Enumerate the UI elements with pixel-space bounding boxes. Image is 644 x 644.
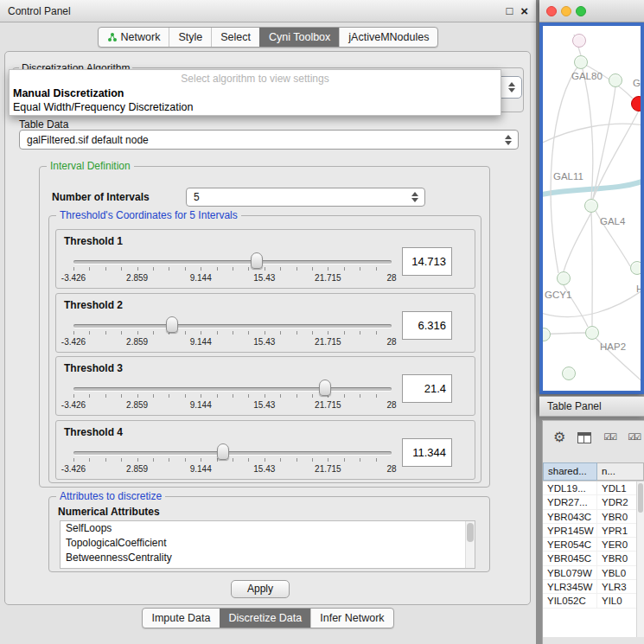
node-label-gal4: GAL4	[600, 216, 625, 226]
tab-impute-data[interactable]: Impute Data	[143, 609, 219, 628]
slider-thumb[interactable]	[166, 316, 178, 333]
slider-scale-label: 9.144	[190, 400, 212, 410]
table-row[interactable]: YIL052CYIL0	[543, 594, 644, 608]
gear-icon[interactable]: ⚙	[553, 430, 565, 444]
column-header-shared-name[interactable]: shared...	[543, 462, 597, 481]
network-node-gal4[interactable]	[584, 199, 598, 213]
slider-thumb[interactable]	[251, 252, 263, 269]
network-node-gal80[interactable]	[574, 55, 588, 69]
network-node[interactable]	[562, 367, 576, 380]
table-panel-titlebar: Table Panel	[539, 396, 644, 417]
threshold-4-value-field[interactable]: 11.344	[402, 438, 452, 467]
mac-minimize-button[interactable]	[561, 6, 571, 16]
float-window-icon[interactable]: □	[506, 5, 513, 16]
slider-scale-label: 2.859	[126, 273, 148, 283]
cell-shared-name[interactable]: YDL19...	[543, 481, 597, 494]
attributes-scrollbar[interactable]	[465, 521, 475, 568]
slider-track[interactable]	[73, 260, 392, 264]
slider-scale-label: -3.426	[61, 273, 86, 283]
network-node[interactable]	[572, 34, 586, 48]
threshold-1-slider[interactable]: -3.4262.8599.14415.4321.71528	[73, 251, 392, 287]
numerical-attributes-list[interactable]: SelfLoopsTopologicalCoefficientBetweenne…	[60, 520, 475, 569]
cell-shared-name[interactable]: YIL052C	[543, 594, 597, 607]
table-row[interactable]: YLR345WYLR3	[543, 580, 644, 594]
threshold-2-label: Threshold 2	[64, 299, 123, 311]
table-body[interactable]: YDL19...YDL1YDR27...YDR2YBR043CYBR0YPR14…	[543, 481, 644, 637]
tab-jactivemnodules[interactable]: jActiveMNodules	[339, 28, 437, 47]
column-header-name[interactable]: n...	[597, 462, 644, 481]
network-canvas[interactable]: GAL80 GA GAL11 GAL4 GCY1 H HAP2	[539, 22, 644, 394]
tab-network[interactable]: Network	[99, 28, 169, 47]
cell-shared-name[interactable]: YER054C	[543, 538, 597, 551]
slider-track[interactable]	[73, 324, 392, 328]
threshold-1-value-field[interactable]: 14.713	[402, 247, 452, 276]
network-node-selected-red[interactable]	[631, 96, 644, 112]
cell-shared-name[interactable]: YDR27...	[543, 495, 597, 508]
slider-track[interactable]	[73, 451, 392, 455]
slider-track[interactable]	[73, 387, 392, 391]
tab-infer-network-label: Infer Network	[320, 612, 384, 624]
network-node[interactable]	[630, 261, 644, 275]
slider-ticks	[73, 331, 392, 335]
threshold-3-slider[interactable]: -3.4262.8599.14415.4321.71528	[73, 378, 392, 414]
option-equal-width-frequency[interactable]: Equal Width/Frequency Discretization	[13, 101, 193, 113]
table-data-combobox[interactable]: galFiltered.sif default node	[19, 130, 519, 150]
tab-style[interactable]: Style	[169, 28, 211, 47]
tab-infer-network[interactable]: Infer Network	[310, 609, 392, 628]
option-manual-discretization[interactable]: Manual Discretization	[13, 87, 124, 99]
table-row[interactable]: YBL079WYBL0	[543, 566, 644, 580]
select-all-icon[interactable]: ☑☑	[628, 432, 640, 443]
close-icon[interactable]: ×	[520, 5, 528, 16]
table-row[interactable]: YPR145WYPR1	[543, 524, 644, 538]
slider-thumb[interactable]	[319, 379, 331, 396]
cell-shared-name[interactable]: YBR043C	[543, 510, 597, 523]
cell-shared-name[interactable]: YBL079W	[543, 566, 597, 579]
scrollbar-thumb[interactable]	[638, 483, 643, 513]
tab-select[interactable]: Select	[211, 28, 259, 47]
threshold-4-slider[interactable]: -3.4262.8599.14415.4321.71528	[73, 442, 392, 478]
table-header-row: shared... n...	[543, 462, 644, 481]
network-view-window: GAL80 GA GAL11 GAL4 GCY1 H HAP2	[539, 0, 644, 394]
tab-discretize-data[interactable]: Discretize Data	[220, 609, 311, 628]
table-panel-title: Table Panel	[547, 400, 602, 412]
mac-zoom-button[interactable]	[576, 6, 586, 16]
slider-scale-label: 2.859	[126, 464, 148, 474]
table-row[interactable]: YBR043CYBR0	[543, 510, 644, 524]
scrollbar-thumb[interactable]	[467, 523, 474, 542]
threshold-1-label: Threshold 1	[64, 235, 123, 247]
threshold-2-slider[interactable]: -3.4262.8599.14415.4321.71528	[73, 315, 392, 351]
attribute-item[interactable]: SelfLoops	[61, 521, 475, 536]
tab-cyni-toolbox[interactable]: Cyni Toolbox	[259, 28, 339, 47]
slider-scale-label: 9.144	[190, 337, 212, 347]
cell-shared-name[interactable]: YBR045C	[543, 552, 597, 564]
columns-icon[interactable]	[577, 432, 591, 443]
attribute-item[interactable]: TopologicalCoefficient	[61, 536, 475, 551]
threshold-3-value-field[interactable]: 21.4	[402, 374, 452, 403]
tab-select-label: Select	[220, 31, 251, 43]
cell-shared-name[interactable]: YLR345W	[543, 580, 597, 593]
slider-ticks	[73, 458, 392, 462]
apply-button[interactable]: Apply	[231, 580, 290, 598]
numerical-attributes-label: Numerical Attributes	[58, 506, 160, 518]
network-node-gcy1[interactable]	[557, 271, 571, 285]
network-node-hap2[interactable]	[585, 326, 599, 340]
attribute-item[interactable]: BetweennessCentrality	[61, 551, 475, 565]
table-row[interactable]: YBR045CYBR0	[543, 552, 644, 565]
slider-scale-label: 2.859	[126, 400, 148, 410]
table-scrollbar[interactable]	[636, 481, 644, 637]
select-rows-icon[interactable]: ☑☑	[603, 432, 615, 443]
threshold-3-block: Threshold 3 -3.4262.8599.14415.4321.7152…	[55, 356, 475, 416]
table-row[interactable]: YDR27...YDR2	[543, 495, 644, 509]
table-row[interactable]: YER054CYER0	[543, 538, 644, 552]
threshold-2-value-field[interactable]: 6.316	[402, 311, 452, 340]
slider-scale-label: 15.43	[253, 400, 275, 410]
table-row[interactable]: YDL19...YDL1	[543, 481, 644, 495]
slider-scale-label: 15.43	[253, 273, 275, 283]
network-node[interactable]	[609, 73, 622, 87]
cell-shared-name[interactable]: YPR145W	[543, 524, 597, 537]
node-label-partial: GA	[633, 78, 644, 88]
slider-ticks	[73, 394, 392, 398]
number-of-intervals-combobox[interactable]: 5	[186, 188, 425, 207]
mac-close-button[interactable]	[546, 6, 557, 16]
slider-thumb[interactable]	[217, 443, 229, 460]
